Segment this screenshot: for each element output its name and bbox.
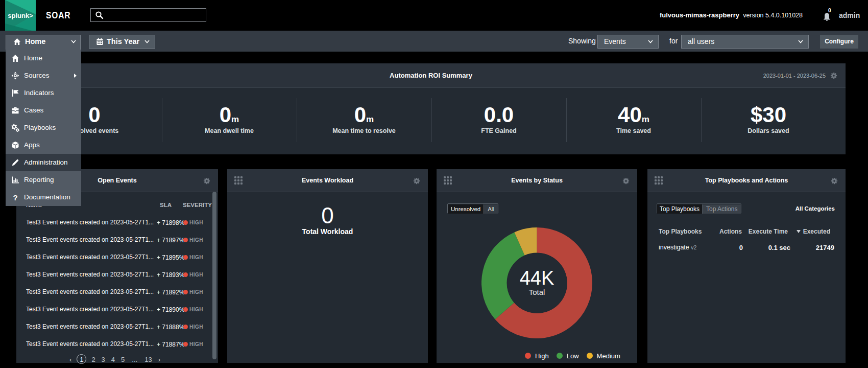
svg-text:?: ?: [13, 193, 17, 201]
svg-text:splunk>: splunk>: [8, 12, 33, 19]
